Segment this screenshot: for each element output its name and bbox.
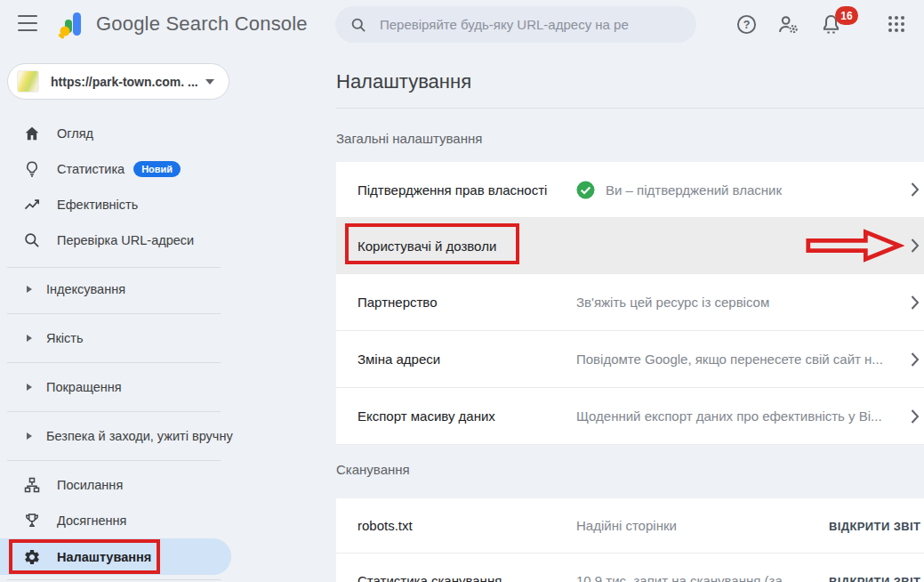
setting-row-users-permissions[interactable]: Користувачі й дозволи <box>336 218 924 274</box>
row-label: Статистика сканування <box>358 573 576 582</box>
annotation-arrow <box>805 229 904 263</box>
row-label: Підтвердження прав власності <box>358 182 576 198</box>
search-console-logo-icon <box>55 8 87 40</box>
chevron-right-icon <box>911 238 920 254</box>
magnifier-icon <box>23 231 41 249</box>
menu-icon[interactable] <box>18 15 37 31</box>
triangle-right-icon <box>27 286 32 293</box>
row-value: 10,9 тис. запит на сканування (за <box>576 573 783 582</box>
manage-users-icon[interactable] <box>775 11 801 37</box>
row-value: Щоденний експорт даних про ефективність … <box>576 408 882 424</box>
section-label-general: Загальні налаштування <box>336 131 482 146</box>
row-value: Зв'яжіть цей ресурс із сервісом <box>576 295 769 310</box>
sidebar-divider <box>7 362 221 363</box>
sidebar-item-label: Перевірка URL-адреси <box>57 233 194 247</box>
sidebar-group-label: Індексування <box>46 282 125 296</box>
row-label: robots.txt <box>358 518 576 533</box>
trending-up-icon <box>23 196 41 214</box>
chevron-right-icon <box>911 295 920 310</box>
triangle-right-icon <box>27 335 32 342</box>
setting-row-associations[interactable]: Партнерство Зв'яжіть цей ресурс із серві… <box>336 274 924 331</box>
sidebar-group-enhancements[interactable]: Покращення <box>0 369 233 405</box>
sidebar-divider <box>7 313 221 314</box>
help-icon[interactable]: ? <box>733 11 759 37</box>
row-value: Надійні сторінки <box>576 518 677 533</box>
trophy-icon <box>23 512 41 529</box>
triangle-right-icon <box>27 384 32 391</box>
home-icon <box>23 125 41 142</box>
site-favicon <box>17 70 39 93</box>
row-value: Повідомте Google, якщо перенесете свій с… <box>576 352 883 367</box>
page-title: Налаштування <box>336 70 471 93</box>
lightbulb-icon <box>23 160 41 178</box>
gear-icon <box>23 548 41 566</box>
svg-text:?: ? <box>743 18 750 30</box>
sidebar-item-label: Огляд <box>57 126 93 141</box>
sidebar-group-label: Покращення <box>46 380 122 394</box>
notification-count-badge[interactable]: 16 <box>835 6 858 25</box>
sidebar-item-overview[interactable]: Огляд <box>0 116 233 151</box>
sidebar-item-label: Статистика <box>57 162 125 176</box>
title-divider <box>336 108 924 109</box>
search-icon <box>350 16 367 34</box>
row-label: Партнерство <box>358 295 576 310</box>
sidebar-item-insights[interactable]: Статистика Новий <box>0 151 233 187</box>
section-label-crawling: Сканування <box>336 462 410 477</box>
sidebar-group-experience[interactable]: Якість <box>0 320 233 356</box>
triangle-right-icon <box>27 432 32 440</box>
sidebar-divider <box>7 579 221 580</box>
sitemap-icon <box>23 476 41 494</box>
chevron-down-icon <box>205 79 214 85</box>
crawling-settings-card: robots.txt Надійні сторінки ВІДКРИТИ ЗВІ… <box>336 498 924 582</box>
general-settings-card: Підтвердження прав власності Ви – підтве… <box>336 162 924 445</box>
sidebar-group-label: Якість <box>46 331 83 345</box>
open-report-button[interactable]: ВІДКРИТИ ЗВІТ <box>829 574 920 582</box>
sidebar-divider <box>7 460 221 461</box>
setting-row-ownership[interactable]: Підтвердження прав власності Ви – підтве… <box>336 162 924 218</box>
check-circle-icon <box>576 181 595 199</box>
app-title: Google Search Console <box>96 12 308 36</box>
sidebar-divider <box>7 411 221 412</box>
new-badge: Новий <box>133 161 181 177</box>
property-url: https://park-town.com. ... <box>51 75 198 89</box>
apps-grid-icon[interactable] <box>883 11 910 37</box>
sidebar-group-label: Безпека й заходи, ужиті вручну <box>46 429 233 443</box>
sidebar-item-url-inspection[interactable]: Перевірка URL-адреси <box>0 222 233 258</box>
sidebar-item-label: Ефективність <box>57 198 138 212</box>
chevron-right-icon <box>911 182 920 198</box>
property-selector[interactable]: https://park-town.com. ... <box>7 63 229 100</box>
setting-row-bulk-data-export[interactable]: Експорт масиву даних Щоденний експорт да… <box>336 388 924 445</box>
sidebar-item-links[interactable]: Посилання <box>0 467 233 503</box>
sidebar-item-label: Налаштування <box>57 550 151 564</box>
url-inspection-searchbar[interactable] <box>335 6 696 43</box>
sidebar-item-label: Посилання <box>57 478 123 492</box>
row-value: Ви – підтверджений власник <box>606 182 782 198</box>
sidebar-item-achievements[interactable]: Досягнення <box>0 503 233 538</box>
sidebar-group-indexing[interactable]: Індексування <box>0 271 233 307</box>
sidebar-item-settings[interactable]: Налаштування <box>0 538 231 575</box>
setting-row-change-of-address[interactable]: Зміна адреси Повідомте Google, якщо пере… <box>336 331 924 388</box>
setting-row-robots-txt[interactable]: robots.txt Надійні сторінки ВІДКРИТИ ЗВІ… <box>336 498 924 554</box>
open-report-button[interactable]: ВІДКРИТИ ЗВІТ <box>829 519 920 532</box>
sidebar-item-label: Досягнення <box>57 513 126 528</box>
search-input[interactable] <box>380 17 684 32</box>
chevron-right-icon <box>911 408 920 424</box>
chevron-right-icon <box>911 352 920 367</box>
row-label: Користувачі й дозволи <box>358 238 576 254</box>
app-logo: Google Search Console <box>55 8 308 40</box>
setting-row-crawl-stats[interactable]: Статистика сканування 10,9 тис. запит на… <box>336 554 924 582</box>
row-label: Експорт масиву даних <box>358 408 576 424</box>
row-label: Зміна адреси <box>358 352 576 367</box>
sidebar-divider <box>7 267 221 268</box>
sidebar-group-security[interactable]: Безпека й заходи, ужиті вручну <box>0 418 233 454</box>
sidebar-item-performance[interactable]: Ефективність <box>0 187 233 222</box>
